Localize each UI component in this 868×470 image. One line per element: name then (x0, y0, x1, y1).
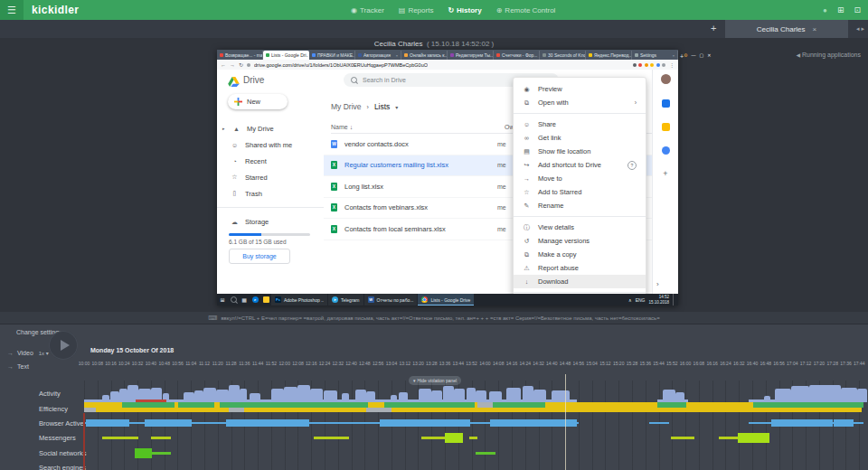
tasks-icon[interactable] (662, 146, 670, 155)
url-field[interactable]: drive.google.com/drive/u/1/folders/1ObUA… (254, 62, 428, 68)
browser-tab[interactable]: Счетчики - Фор...× (494, 51, 540, 60)
nav-item-reports[interactable]: ▤Reports (399, 6, 434, 14)
menu-item-report-abuse[interactable]: ⚠Report abuse (514, 261, 646, 275)
calendar-icon[interactable] (662, 99, 670, 108)
menu-item-move-to[interactable]: →Move to (514, 172, 646, 185)
menu-item-add-to-starred[interactable]: ☆Add to Starred (514, 185, 646, 199)
play-button[interactable] (49, 331, 78, 360)
nav-item-tracker[interactable]: ◉Tracker (351, 6, 384, 14)
sidebar-item-my-drive[interactable]: ▸▲My Drive (217, 120, 324, 136)
browser-tab-title: 30 Seconds of Knowl... (548, 52, 586, 58)
extension-icon[interactable] (645, 63, 648, 67)
extension-icon[interactable] (650, 63, 654, 67)
edge-icon[interactable]: e (250, 296, 260, 303)
taskbar-app-word[interactable]: WОтчеты по рабо... (364, 294, 418, 306)
tab-close-icon[interactable]: × (396, 53, 398, 58)
close-tab-icon[interactable]: × (813, 25, 817, 33)
menu-item-share[interactable]: ☺Share (514, 118, 646, 131)
favicon-icon (312, 53, 316, 57)
menu-item-rename[interactable]: ✎Rename (514, 199, 646, 212)
tab-scroll-arrows[interactable]: ◂▸ (856, 25, 866, 33)
browser-tab[interactable]: ПРАВКИ и МАКЕ...× (309, 51, 355, 60)
extension-icon[interactable] (662, 63, 665, 67)
chevron-down-icon[interactable]: ▾ (395, 104, 398, 110)
browser-tab[interactable]: Яндекс.Перевод...× (586, 51, 632, 60)
tab-close-icon[interactable]: × (673, 53, 675, 58)
menu-item-make-a-copy[interactable]: ⧉Make a copy (514, 248, 646, 261)
buy-storage-button[interactable]: Buy storage (229, 249, 290, 264)
taskbar-clock[interactable]: 14:5215.10.2018 (648, 295, 669, 305)
add-tab-button[interactable]: + (711, 23, 716, 33)
gear-icon[interactable]: ⚙ (684, 52, 687, 58)
expand-caret-icon[interactable]: ▸ (222, 126, 226, 131)
start-icon[interactable]: ⊞ (217, 296, 228, 303)
browser-tab[interactable]: Авторизация× (355, 51, 401, 60)
video-mode-label[interactable]: Video (17, 350, 33, 356)
new-button[interactable]: New (228, 94, 288, 109)
tray-expand-icon[interactable]: ∧ (628, 297, 632, 303)
taskbar-app-tg[interactable]: ➤Telegram (328, 294, 363, 306)
help-icon[interactable]: ? (627, 161, 637, 170)
maximize-icon[interactable]: ▢ (700, 52, 704, 58)
extension-icon[interactable] (633, 63, 637, 67)
browser-tab[interactable]: Редактируем Ты...× (448, 51, 494, 60)
reload-icon[interactable]: ↻ (239, 61, 243, 68)
taskbar-app-ps[interactable]: PsAdobe Photoshop .. (271, 294, 327, 306)
sidebar-item-shared-with-me[interactable]: ☺Shared with me (217, 136, 324, 153)
show-desktop-button[interactable] (673, 294, 675, 306)
browser-tab[interactable]: Settings× (632, 51, 678, 60)
browser-tab[interactable]: Онлайн запись к...× (401, 51, 448, 60)
text-mode-label[interactable]: Text (17, 363, 29, 370)
menu-item-download[interactable]: ↓Download (514, 275, 646, 288)
time-tick: 10:08 (90, 361, 104, 366)
search-icon[interactable] (228, 296, 239, 304)
browser-tab[interactable]: 30 Seconds of Knowl...× (540, 51, 586, 60)
menu-icon[interactable]: ☰ (0, 0, 24, 20)
running-applications-toggle[interactable]: ◀ Running applications (796, 52, 861, 58)
menu-item-label: Get link (538, 134, 561, 142)
account-avatar[interactable] (661, 74, 671, 84)
sidebar-item-storage[interactable]: ☁ Storage (217, 214, 337, 230)
sidebar-item-trash[interactable]: ▯Trash (217, 185, 324, 202)
nav-item-remote-control[interactable]: ⊕Remote Control (496, 6, 556, 14)
task-view-icon[interactable]: ▦ (239, 296, 250, 303)
language-indicator[interactable]: ENG (636, 297, 646, 303)
new-window-icon[interactable]: ⊞ (837, 5, 844, 14)
menu-item-add-shortcut-to-drive[interactable]: ↪Add shortcut to Drive? (514, 158, 646, 172)
browser-tab[interactable]: Lists - Google Dri...× (263, 51, 309, 60)
playhead-cursor[interactable] (565, 374, 566, 470)
back-icon[interactable]: ← (221, 62, 226, 68)
extension-icon[interactable] (638, 63, 642, 67)
folder-icon[interactable] (260, 296, 271, 304)
sort-descending-icon[interactable]: ↓ (350, 124, 354, 130)
menu-item-get-link[interactable]: ∞Get link (514, 131, 646, 145)
browser-tab[interactable]: Возвращае... - mail× (217, 51, 263, 60)
keep-icon[interactable] (662, 123, 670, 131)
column-name[interactable]: Name (331, 124, 348, 130)
employee-tab[interactable]: Cecilia Charles × (725, 20, 848, 38)
browser-menu-icon[interactable]: ⋮ (669, 61, 675, 68)
taskbar-app-chrome[interactable]: Lists - Google Drive (418, 294, 474, 306)
collapse-panel-icon[interactable]: › (656, 280, 659, 288)
add-panel-icon[interactable]: + (662, 170, 670, 178)
menu-item-preview[interactable]: ◉Preview (514, 82, 646, 96)
activity-timeline-chart[interactable] (84, 381, 862, 470)
sidebar-item-recent[interactable]: ◔Recent (217, 153, 324, 169)
fullscreen-icon[interactable]: ⊡ (854, 5, 861, 14)
menu-item-open-with[interactable]: ⧉Open with› (514, 96, 646, 109)
forward-icon[interactable]: → (230, 62, 235, 68)
menu-item-manage-versions[interactable]: ↺Manage versions (514, 234, 646, 248)
minimize-icon[interactable]: — (692, 52, 696, 58)
breadcrumb-root[interactable]: My Drive (331, 102, 362, 111)
close-icon[interactable]: ✕ (707, 52, 711, 58)
status-dot-icon[interactable]: ● (823, 6, 827, 14)
activity-bar (342, 393, 349, 400)
menu-item-show-file-location[interactable]: ▤Show file location (514, 145, 646, 158)
nav-item-history[interactable]: ↻History (448, 6, 481, 14)
speed-select[interactable]: 1x ▾ (39, 350, 49, 356)
sidebar-item-starred[interactable]: ☆Starred (217, 169, 324, 185)
menu-item-view-details[interactable]: ⓘView details (514, 221, 646, 234)
employee-name: Cecilia Charles (374, 40, 423, 48)
extension-icon[interactable] (656, 63, 660, 67)
breadcrumb-current[interactable]: Lists (374, 102, 390, 111)
